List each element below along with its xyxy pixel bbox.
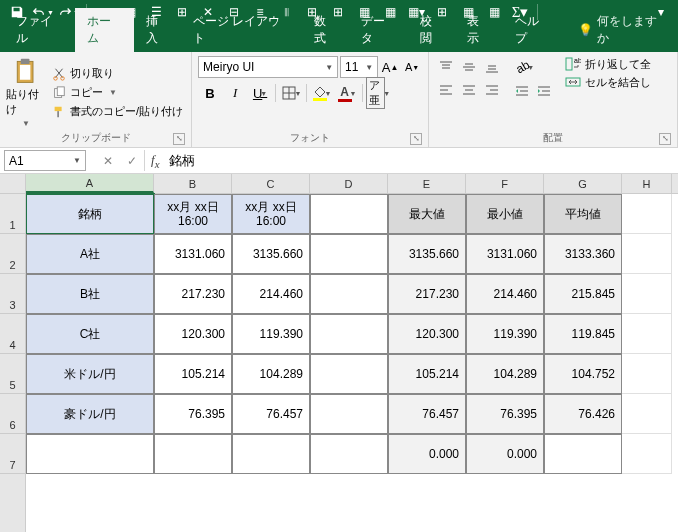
cell-H7[interactable] — [622, 434, 672, 474]
orientation-icon[interactable]: ab▼ — [511, 56, 539, 78]
fill-color-button[interactable]: ▼ — [310, 82, 334, 104]
align-bottom-icon[interactable] — [481, 56, 503, 78]
tab-help[interactable]: ヘルプ — [503, 8, 562, 52]
cell-A3[interactable]: B社 — [26, 274, 154, 314]
cell-D6[interactable] — [310, 394, 388, 434]
col-header-E[interactable]: E — [388, 174, 466, 193]
copy-button[interactable]: コピー▼ — [50, 84, 185, 101]
cell-G4[interactable]: 119.845 — [544, 314, 622, 354]
cut-button[interactable]: 切り取り — [50, 65, 185, 82]
tab-page-layout[interactable]: ページ レイアウト — [181, 8, 302, 52]
cell-E4[interactable]: 120.300 — [388, 314, 466, 354]
cell-E5[interactable]: 105.214 — [388, 354, 466, 394]
cell-G3[interactable]: 215.845 — [544, 274, 622, 314]
cell-A7[interactable] — [26, 434, 154, 474]
col-header-A[interactable]: A — [26, 174, 154, 193]
cell-F5[interactable]: 104.289 — [466, 354, 544, 394]
cell-H1[interactable] — [622, 194, 672, 234]
cell-B7[interactable] — [154, 434, 232, 474]
bold-button[interactable]: B — [198, 82, 222, 104]
increase-font-icon[interactable]: A▲ — [380, 56, 400, 78]
cell-E3[interactable]: 217.230 — [388, 274, 466, 314]
col-header-G[interactable]: G — [544, 174, 622, 193]
cell-E6[interactable]: 76.457 — [388, 394, 466, 434]
tab-insert[interactable]: 挿入 — [134, 8, 181, 52]
row-header[interactable]: 5 — [0, 354, 25, 394]
borders-button[interactable]: ▼ — [279, 82, 303, 104]
cell-A1[interactable]: 銘柄 — [26, 194, 154, 234]
enter-icon[interactable]: ✓ — [120, 150, 144, 171]
align-center-icon[interactable] — [458, 79, 480, 101]
cell-C3[interactable]: 214.460 — [232, 274, 310, 314]
cell-B5[interactable]: 105.214 — [154, 354, 232, 394]
wrap-text-button[interactable]: ab折り返して全 — [565, 56, 651, 72]
cell-F6[interactable]: 76.395 — [466, 394, 544, 434]
cell-F7[interactable]: 0.000 — [466, 434, 544, 474]
underline-button[interactable]: U▼ — [248, 82, 272, 104]
cell-C4[interactable]: 119.390 — [232, 314, 310, 354]
tab-home[interactable]: ホーム — [75, 8, 134, 52]
cell-G6[interactable]: 76.426 — [544, 394, 622, 434]
tab-file[interactable]: ファイル — [4, 8, 75, 52]
tab-review[interactable]: 校閲 — [408, 8, 455, 52]
tab-formulas[interactable]: 数式 — [302, 8, 349, 52]
align-top-icon[interactable] — [435, 56, 457, 78]
cell-D7[interactable] — [310, 434, 388, 474]
align-right-icon[interactable] — [481, 79, 503, 101]
decrease-indent-icon[interactable] — [511, 80, 533, 102]
cell-C2[interactable]: 3135.660 — [232, 234, 310, 274]
align-middle-icon[interactable] — [458, 56, 480, 78]
cell-B3[interactable]: 217.230 — [154, 274, 232, 314]
col-header-D[interactable]: D — [310, 174, 388, 193]
font-name-combo[interactable]: Meiryo UI▼ — [198, 56, 338, 78]
cell-E1[interactable]: 最大値 — [388, 194, 466, 234]
cell-C5[interactable]: 104.289 — [232, 354, 310, 394]
row-header[interactable]: 6 — [0, 394, 25, 434]
row-header[interactable]: 4 — [0, 314, 25, 354]
cell-H6[interactable] — [622, 394, 672, 434]
merge-center-button[interactable]: セルを結合し — [565, 74, 651, 90]
font-launcher[interactable]: ⤡ — [410, 133, 422, 145]
fx-icon[interactable]: fx — [151, 152, 159, 170]
cell-D4[interactable] — [310, 314, 388, 354]
row-header[interactable]: 2 — [0, 234, 25, 274]
name-box[interactable]: A1▼ — [4, 150, 86, 171]
cell-G2[interactable]: 3133.360 — [544, 234, 622, 274]
cell-E7[interactable]: 0.000 — [388, 434, 466, 474]
tab-data[interactable]: データ — [349, 8, 408, 52]
cell-H3[interactable] — [622, 274, 672, 314]
row-header[interactable]: 1 — [0, 194, 25, 234]
cell-D3[interactable] — [310, 274, 388, 314]
cell-G7[interactable] — [544, 434, 622, 474]
cell-B1[interactable]: xx月 xx日16:00 — [154, 194, 232, 234]
decrease-font-icon[interactable]: A▼ — [402, 56, 422, 78]
row-header[interactable]: 7 — [0, 434, 25, 474]
cell-E2[interactable]: 3135.660 — [388, 234, 466, 274]
cell-G5[interactable]: 104.752 — [544, 354, 622, 394]
tell-me[interactable]: 💡 何をしますか — [570, 8, 674, 52]
select-all-corner[interactable] — [0, 174, 25, 194]
font-size-combo[interactable]: 11▼ — [340, 56, 378, 78]
cell-H2[interactable] — [622, 234, 672, 274]
cell-G1[interactable]: 平均値 — [544, 194, 622, 234]
row-header[interactable]: 3 — [0, 274, 25, 314]
tab-view[interactable]: 表示 — [455, 8, 502, 52]
cell-A6[interactable]: 豪ドル/円 — [26, 394, 154, 434]
alignment-launcher[interactable]: ⤡ — [659, 133, 671, 145]
cancel-icon[interactable]: ✕ — [96, 150, 120, 171]
cell-F4[interactable]: 119.390 — [466, 314, 544, 354]
cell-F3[interactable]: 214.460 — [466, 274, 544, 314]
font-color-button[interactable]: A▼ — [335, 82, 359, 104]
formula-input[interactable] — [163, 150, 678, 171]
cell-A2[interactable]: A社 — [26, 234, 154, 274]
cell-B2[interactable]: 3131.060 — [154, 234, 232, 274]
cell-H5[interactable] — [622, 354, 672, 394]
clipboard-launcher[interactable]: ⤡ — [173, 133, 185, 145]
cell-C1[interactable]: xx月 xx日16:00 — [232, 194, 310, 234]
align-left-icon[interactable] — [435, 79, 457, 101]
cell-F1[interactable]: 最小値 — [466, 194, 544, 234]
paste-button[interactable]: 貼り付け ▼ — [6, 56, 46, 129]
cell-B6[interactable]: 76.395 — [154, 394, 232, 434]
cell-C7[interactable] — [232, 434, 310, 474]
cell-D2[interactable] — [310, 234, 388, 274]
